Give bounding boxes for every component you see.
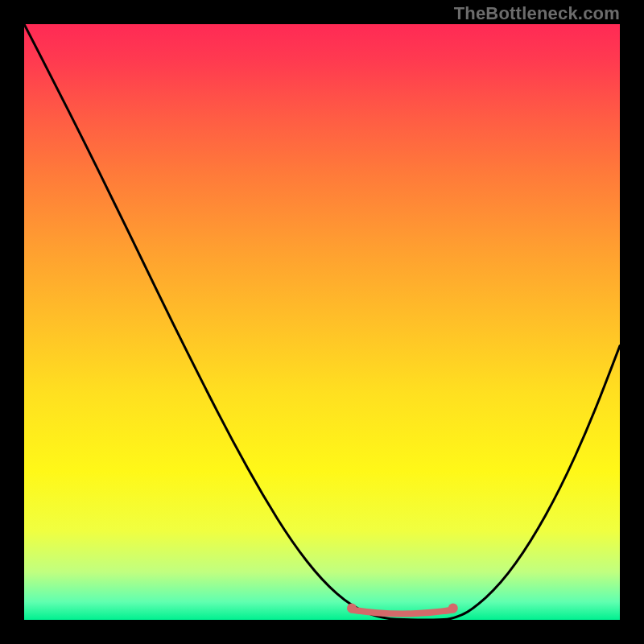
plot-area: [24, 24, 620, 620]
svg-point-0: [347, 604, 357, 613]
watermark-text: TheBottleneck.com: [454, 3, 620, 24]
optimal-zone-accent: [24, 24, 620, 620]
chart-canvas: TheBottleneck.com: [0, 0, 644, 644]
svg-point-1: [448, 604, 458, 613]
